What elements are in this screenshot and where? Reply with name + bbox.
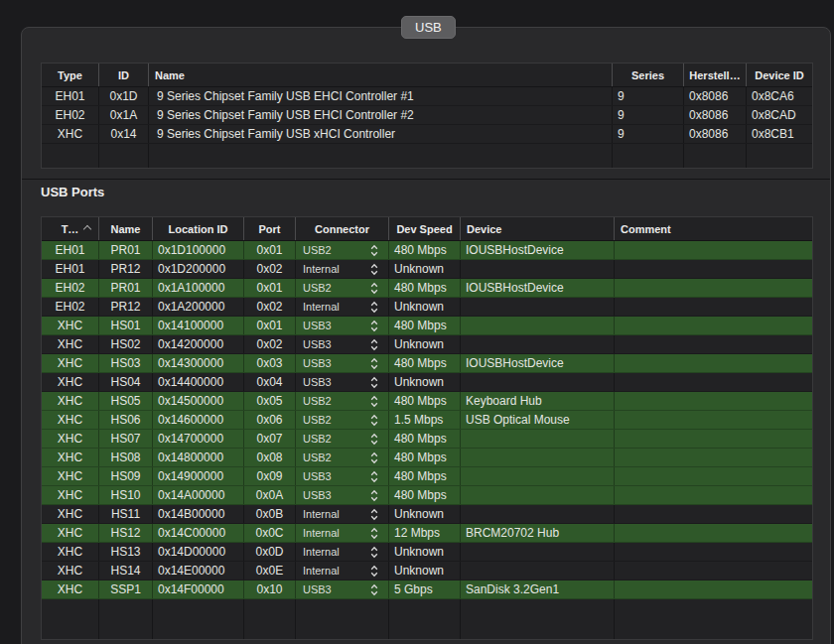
connector-popup[interactable]: USB3: [296, 354, 389, 372]
cell-device: [461, 562, 615, 580]
port-row[interactable]: XHCHS140x14E000000x0EInternalUnknown: [42, 562, 812, 580]
port-row[interactable]: XHCHS110x14B000000x0BInternalUnknown: [42, 505, 812, 524]
cell-comment: [615, 392, 812, 410]
controller-row[interactable]: EH010x1D9 Series Chipset Family USB EHCI…: [42, 87, 812, 106]
column-header-dev-speed[interactable]: Dev Speed: [389, 217, 461, 240]
cell-series: 9: [613, 87, 684, 105]
port-row[interactable]: EH02PR010x1A1000000x01USB2480 MbpsIOUSBH…: [42, 279, 812, 298]
connector-popup[interactable]: Internal: [296, 298, 389, 316]
cell-comment: [615, 298, 812, 316]
cell-type: XHC: [42, 543, 99, 561]
cell-speed: 480 Mbps: [389, 486, 461, 504]
cell-type: XHC: [42, 125, 99, 143]
cell-comment: [615, 354, 812, 372]
connector-popup[interactable]: USB2: [296, 430, 389, 448]
column-header-connector[interactable]: Connector: [296, 217, 389, 240]
column-header-comment[interactable]: Comment: [615, 217, 812, 240]
cell-device: [461, 467, 615, 485]
connector-popup-label: Internal: [303, 301, 340, 313]
cell-device: [461, 260, 615, 278]
cell-name: 9 Series Chipset Family USB EHCI Control…: [149, 106, 613, 124]
connector-popup[interactable]: USB2: [296, 241, 389, 259]
cell-device: [461, 430, 615, 448]
column-header-location-id[interactable]: Location ID: [153, 217, 244, 240]
port-row[interactable]: XHCHS020x142000000x02USB3Unknown: [42, 335, 812, 354]
cell-location: 0x1D100000: [153, 241, 244, 259]
popup-chevrons-icon: [370, 395, 378, 408]
port-row[interactable]: XHCHS080x148000000x08USB2480 Mbps: [42, 449, 812, 467]
column-header-device[interactable]: Device: [461, 217, 615, 240]
cell-speed: Unknown: [389, 260, 461, 278]
cell-location: 0x14A00000: [153, 486, 244, 504]
column-header-name[interactable]: Name: [149, 64, 613, 86]
cell-port: 0x08: [244, 449, 296, 466]
tab-usb[interactable]: USB: [401, 16, 456, 39]
port-row[interactable]: XHCHS070x147000000x07USB2480 Mbps: [42, 430, 812, 449]
cell-name: 9 Series Chipset Family USB xHCI Control…: [149, 125, 613, 143]
column-header-port[interactable]: Port: [244, 217, 296, 240]
cell-speed: Unknown: [389, 335, 461, 353]
cell-name: HS08: [99, 449, 153, 466]
connector-popup[interactable]: USB2: [296, 449, 389, 466]
connector-popup[interactable]: Internal: [296, 562, 389, 580]
port-row[interactable]: EH01PR120x1D2000000x02InternalUnknown: [42, 260, 812, 279]
column-header-type[interactable]: T…: [42, 217, 99, 240]
controller-row[interactable]: XHC0x149 Series Chipset Family USB xHCI …: [42, 125, 812, 144]
column-header-type[interactable]: Type: [42, 64, 99, 86]
cell-comment: [615, 260, 812, 278]
cell-device: [461, 486, 615, 504]
cell-location: 0x14100000: [153, 317, 244, 334]
column-header-hersteller[interactable]: Herstell…: [684, 64, 747, 86]
cell-port: 0x01: [244, 241, 296, 259]
connector-popup[interactable]: USB3: [296, 335, 389, 353]
popup-chevrons-icon: [370, 263, 378, 276]
connector-popup[interactable]: Internal: [296, 260, 389, 278]
connector-popup[interactable]: USB3: [296, 580, 389, 598]
port-row[interactable]: XHCHS130x14D000000x0DInternalUnknown: [42, 543, 812, 562]
column-header-name[interactable]: Name: [99, 217, 153, 240]
connector-popup[interactable]: USB2: [296, 392, 389, 410]
connector-popup[interactable]: USB3: [296, 467, 389, 485]
connector-popup[interactable]: USB3: [296, 486, 389, 504]
cell-comment: [615, 543, 812, 561]
column-header-device-id[interactable]: Device ID: [747, 64, 812, 86]
connector-popup[interactable]: USB3: [296, 317, 389, 334]
popup-chevrons-icon: [370, 282, 378, 295]
port-row[interactable]: EH02PR120x1A2000000x02InternalUnknown: [42, 298, 812, 317]
port-row[interactable]: EH01PR010x1D1000000x01USB2480 MbpsIOUSBH…: [42, 241, 812, 260]
connector-popup-label: Internal: [303, 527, 340, 539]
port-row[interactable]: XHCHS090x149000000x09USB3480 Mbps: [42, 467, 812, 486]
cell-comment: [615, 279, 812, 297]
connector-popup[interactable]: USB2: [296, 411, 389, 429]
cell-location: 0x14600000: [153, 411, 244, 429]
connector-popup[interactable]: Internal: [296, 524, 389, 542]
connector-popup[interactable]: Internal: [296, 505, 389, 523]
usb-panel: Type ID Name Series Herstell… Device ID …: [21, 27, 831, 644]
port-row[interactable]: XHCHS040x144000000x04USB3Unknown: [42, 373, 812, 392]
cell-type: EH02: [42, 298, 99, 316]
popup-chevrons-icon: [370, 244, 378, 257]
empty-cell: [153, 599, 244, 639]
cell-type: XHC: [42, 467, 99, 485]
connector-popup[interactable]: USB3: [296, 373, 389, 391]
connector-popup[interactable]: Internal: [296, 543, 389, 561]
column-header-id[interactable]: ID: [99, 64, 149, 86]
port-row[interactable]: XHCHS010x141000000x01USB3480 Mbps: [42, 317, 812, 335]
port-row[interactable]: XHCSSP10x14F000000x10USB35 GbpsSanDisk 3…: [42, 580, 812, 599]
connector-popup[interactable]: USB2: [296, 279, 389, 297]
column-header-series[interactable]: Series: [613, 64, 684, 86]
port-row[interactable]: XHCHS050x145000000x05USB2480 MbpsKeyboar…: [42, 392, 812, 411]
port-row[interactable]: XHCHS060x146000000x06USB21.5 MbpsUSB Opt…: [42, 411, 812, 430]
empty-cell: [296, 599, 389, 639]
cell-id: 0x1A: [99, 106, 149, 124]
column-header-label: Type: [58, 69, 82, 81]
popup-chevrons-icon: [370, 470, 378, 483]
cell-type: XHC: [42, 354, 99, 372]
connector-popup-label: USB2: [303, 282, 332, 294]
controller-row[interactable]: EH020x1A9 Series Chipset Family USB EHCI…: [42, 106, 812, 125]
port-row[interactable]: XHCHS120x14C000000x0CInternal12 MbpsBRCM…: [42, 524, 812, 543]
port-row[interactable]: XHCHS100x14A000000x0AUSB3480 Mbps: [42, 486, 812, 505]
port-row[interactable]: XHCHS030x143000000x03USB3480 MbpsIOUSBHo…: [42, 354, 812, 373]
cell-type: EH01: [42, 87, 99, 105]
cell-location: 0x14200000: [153, 335, 244, 353]
